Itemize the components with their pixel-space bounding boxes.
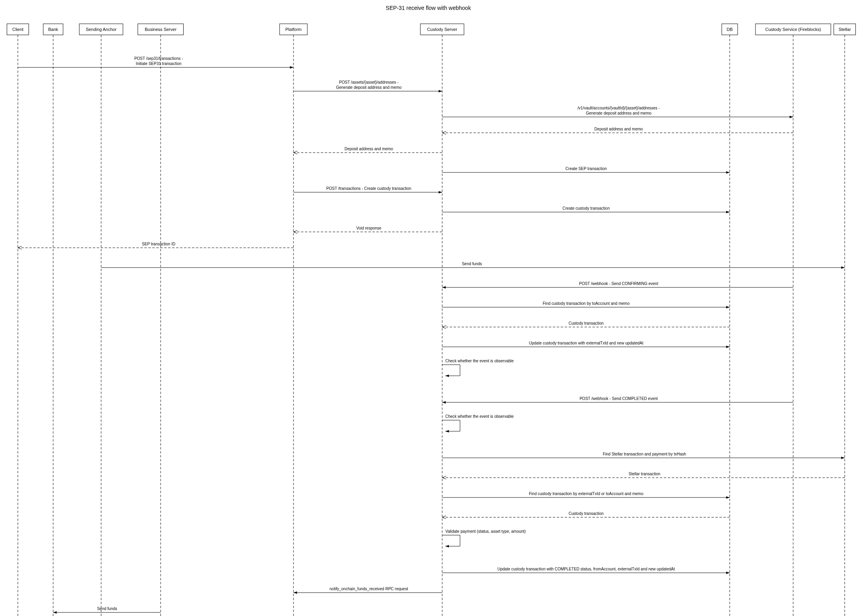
message-label: POST /webhook - Send CONFIRMING event (579, 281, 658, 286)
message-label: Find custody transaction by externalTxId… (529, 492, 644, 496)
message-label: Find custody transaction by toAccount an… (543, 301, 629, 306)
message-label: Check whether the event is observable (445, 414, 514, 419)
actor-label-bank: Bank (48, 27, 58, 32)
message-label: SEP transaction ID (142, 242, 175, 246)
message-label: POST /transactions - Create custody tran… (326, 186, 411, 191)
message-label: Send funds (97, 606, 117, 611)
diagram-title: SEP-31 receive flow with webhook (386, 5, 472, 11)
message-label: Update custody transaction with external… (529, 341, 644, 345)
message-label: Find Stellar transaction and payment by … (603, 452, 686, 456)
actor-label-db: DB (727, 27, 732, 32)
message-label: Deposit address and memo (345, 147, 393, 151)
self-message (442, 535, 460, 546)
message-label: Deposit address and memo (594, 127, 643, 131)
message-label: /v1/vault/accounts/{vaultId}/{asset}/add… (577, 106, 660, 110)
message-label: Stellar transaction (629, 472, 660, 476)
message-label: POST /webhook - Send COMPLETED event (579, 396, 658, 401)
message-label: Generate deposit address and memo (336, 85, 402, 90)
message-label: Initiate SEP31 transaction (136, 61, 181, 66)
actor-label-businessServer: Business Server (145, 27, 176, 32)
self-message (442, 420, 460, 431)
message-label: Custody transaction (569, 511, 604, 516)
actor-label-platform: Platform (286, 27, 302, 32)
sequence-diagram: SEP-31 receive flow with webhook ClientB… (0, 0, 857, 616)
actor-label-custody: Custody Server (427, 27, 457, 32)
message-label: Check whether the event is observable (445, 359, 514, 363)
message-label: POST /assets/{asset}/addresses - (339, 80, 399, 84)
actor-label-sendingAnchor: Sending Anchor (86, 27, 117, 32)
message-label: POST /sep31/transactions - (134, 56, 183, 61)
message-label: Custody transaction (569, 321, 604, 325)
message-label: Validate payment (status, asset type, am… (445, 529, 526, 534)
actor-label-stellar: Stellar (838, 27, 851, 32)
message-label: Update custody transaction with COMPLETE… (497, 567, 675, 571)
message-label: Send funds (462, 262, 482, 266)
self-message (442, 365, 460, 376)
message-label: Void response (356, 226, 382, 230)
actor-label-fireblocks: Custody Service (Fireblocks) (765, 27, 821, 32)
message-label: Create SEP transaction (566, 166, 607, 171)
message-label: Generate deposit address and memo (586, 111, 652, 115)
message-label: notify_onchain_funds_received RPC reques… (330, 587, 408, 591)
actor-label-client: Client (12, 27, 23, 32)
message-label: Create custody transaction (563, 206, 610, 210)
